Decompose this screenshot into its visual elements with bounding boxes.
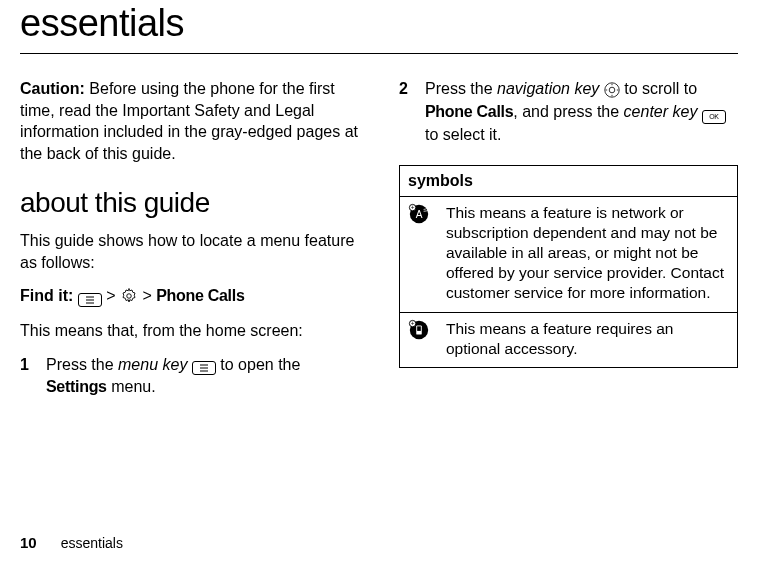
step-2: 2 Press the navigation key to scroll to … [399, 78, 738, 145]
page-number: 10 [20, 534, 37, 551]
right-column: 2 Press the navigation key to scroll to … [399, 78, 738, 408]
svg-rect-15 [417, 326, 421, 331]
findit-sep1: > [102, 287, 120, 304]
network-feature-icon: A+ [400, 196, 439, 312]
step-2-text: Press the navigation key to scroll to Ph… [425, 78, 738, 145]
left-column: Caution: Before using the phone for the … [20, 78, 359, 408]
optional-accessory-icon: + [400, 312, 439, 367]
svg-text:A: A [416, 209, 423, 220]
menu-key-icon [78, 286, 102, 308]
symbol-accessory-text: This means a feature requires an optiona… [438, 312, 738, 367]
ok-key-icon: OK [702, 101, 726, 124]
svg-point-8 [609, 87, 615, 93]
symbols-table: symbols A+ This means a feature is netwo… [399, 165, 738, 368]
footer: 10 essentials [20, 534, 123, 551]
symbol-row-network: A+ This means a feature is network or su… [400, 196, 738, 312]
nav-key-icon [604, 79, 620, 101]
step1-text-b: to open the [216, 356, 301, 373]
step2-c: , and press the [513, 103, 623, 120]
step-2-number: 2 [399, 78, 411, 145]
step1-text-a: Press the [46, 356, 118, 373]
step2-key1: navigation key [497, 80, 599, 97]
step-1-text: Press the menu key to open the Settings … [46, 354, 359, 398]
step-1-number: 1 [20, 354, 32, 398]
step2-b: to scroll to [620, 80, 697, 97]
means-paragraph: This means that, from the home screen: [20, 320, 359, 342]
step1-key: menu key [118, 356, 187, 373]
find-it-line: Find it: > > Phone Calls [20, 285, 359, 308]
caution-label: Caution: [20, 80, 85, 97]
find-it-label: Find it: [20, 287, 73, 304]
step1-menu: Settings [46, 378, 107, 395]
settings-icon [120, 286, 138, 308]
findit-target: Phone Calls [156, 287, 244, 304]
page-title: essentials [20, 0, 738, 53]
horizontal-rule [20, 53, 738, 54]
step-1: 1 Press the menu key to open the Setting… [20, 354, 359, 398]
content-columns: Caution: Before using the phone for the … [20, 78, 738, 408]
footer-section: essentials [61, 535, 123, 551]
caution-paragraph: Caution: Before using the phone for the … [20, 78, 359, 164]
svg-text:+: + [411, 320, 415, 327]
step2-target: Phone Calls [425, 103, 513, 120]
symbols-header-row: symbols [400, 166, 738, 197]
svg-text:+: + [411, 204, 415, 211]
step2-key2: center key [624, 103, 698, 120]
section-title: about this guide [20, 184, 359, 222]
step2-d: to select it. [425, 126, 501, 143]
guide-intro: This guide shows how to locate a menu fe… [20, 230, 359, 273]
step2-a: Press the [425, 80, 497, 97]
findit-sep2: > [138, 287, 156, 304]
step1-text-c: menu. [107, 378, 156, 395]
svg-point-3 [127, 294, 132, 299]
symbol-network-text: This means a feature is network or subsc… [438, 196, 738, 312]
symbols-header: symbols [400, 166, 738, 197]
menu-key-icon [192, 354, 216, 376]
symbol-row-accessory: + This means a feature requires an optio… [400, 312, 738, 367]
